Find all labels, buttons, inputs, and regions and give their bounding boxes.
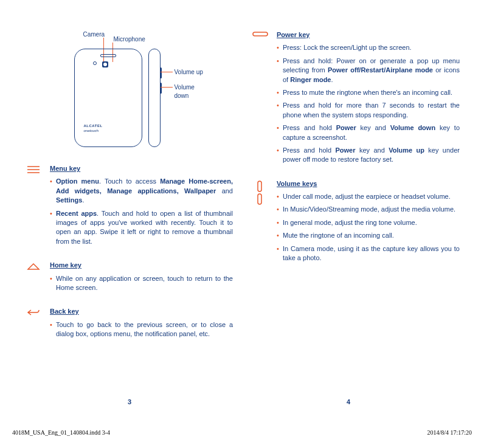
menu-key-icon	[27, 165, 40, 174]
back-key-icon	[27, 308, 40, 317]
power-key-icon	[252, 32, 268, 38]
list-item: Press and hold for more than 7 seconds t…	[277, 101, 460, 120]
list-item: Mute the ringtone of an incoming call.	[277, 231, 460, 240]
label-camera: Camera	[83, 30, 105, 39]
list-item: In Camera mode, using it as the capture …	[277, 244, 460, 263]
list-item: Press: Lock the screen/Light up the scre…	[277, 43, 460, 52]
footer-file: 4018M_USA_Eng_01_140804.indd 3-4	[12, 429, 110, 436]
home-key-heading: Home key	[50, 261, 233, 270]
menu-key-heading: Menu key	[50, 164, 233, 173]
list-item: Option menu. Touch to access Manage Home…	[50, 177, 233, 205]
list-item: Recent apps. Touch and hold to open a li…	[50, 209, 233, 247]
list-item: Press and hold: Power on or generate a p…	[277, 57, 460, 84]
svg-rect-3	[253, 32, 268, 36]
brand-sub: onetouch	[84, 128, 99, 133]
volume-keys-icon	[257, 181, 263, 205]
power-key-heading: Power key	[277, 30, 460, 40]
page-number-left: 3	[128, 398, 131, 405]
label-volume-up: Volume up	[175, 68, 203, 77]
phone-front: ALCATEL onetouch	[74, 49, 142, 147]
list-item: Touch to go back to the previous screen,…	[50, 320, 233, 339]
label-microphone: Microphone	[114, 35, 145, 44]
list-item: Press to mute the ringtone when there's …	[277, 88, 460, 97]
list-item: In general mode, adjust the ring tone vo…	[277, 218, 460, 227]
footer-date: 2014/8/4 17:17:20	[427, 429, 472, 436]
page-number-right: 4	[347, 398, 350, 405]
label-volume-down: Volume down	[175, 83, 208, 100]
list-item: While on any application or screen, touc…	[50, 274, 233, 293]
svg-rect-5	[258, 194, 261, 204]
list-item: Under call mode, adjust the earpiece or …	[277, 192, 460, 201]
back-key-heading: Back key	[50, 307, 233, 316]
volume-keys-heading: Volume keys	[277, 179, 460, 188]
phone-diagram: Camera Microphone ALCATEL onetouch Volum…	[50, 30, 208, 152]
home-key-icon	[27, 262, 40, 271]
list-item: Press and hold Power key and Volume down…	[277, 123, 460, 142]
list-item: In Music/Video/Streaming mode, adjust th…	[277, 205, 460, 214]
svg-rect-4	[258, 181, 261, 191]
list-item: Press and hold Power key and Volume up k…	[277, 146, 460, 165]
phone-side	[148, 49, 161, 147]
